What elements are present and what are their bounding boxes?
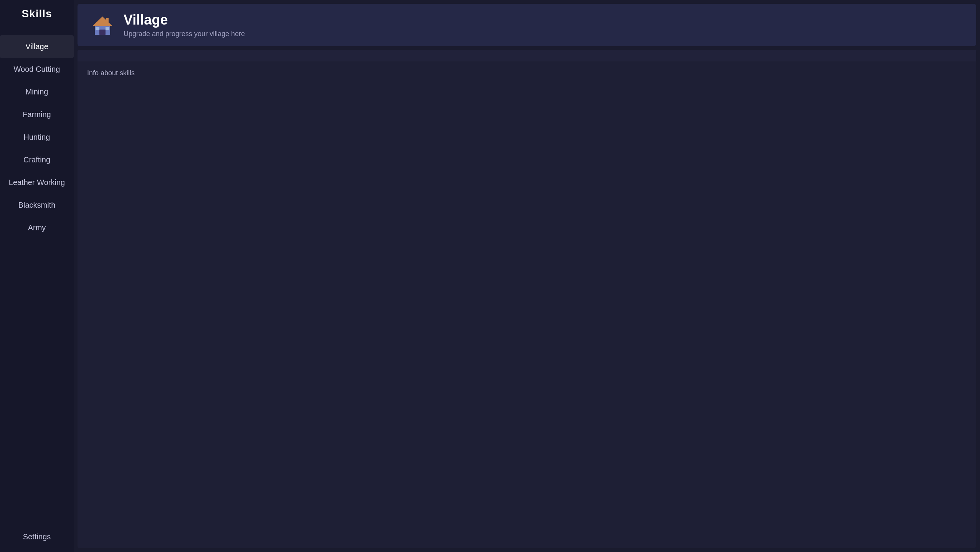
settings-item[interactable]: Settings: [0, 526, 74, 548]
sidebar-item-blacksmith[interactable]: Blacksmith: [0, 194, 74, 217]
sidebar-item-leather-working[interactable]: Leather Working: [0, 171, 74, 194]
sidebar-item-farming[interactable]: Farming: [0, 103, 74, 126]
sidebar-item-mining[interactable]: Mining: [0, 81, 74, 103]
sidebar-item-wood-cutting[interactable]: Wood Cutting: [0, 58, 74, 81]
page-subtitle: Upgrade and progress your village here: [124, 30, 245, 38]
sidebar-item-army[interactable]: Army: [0, 217, 74, 239]
sidebar-item-village[interactable]: Village: [0, 35, 74, 58]
village-icon: [91, 13, 114, 36]
tab-bar: [78, 50, 976, 61]
sidebar: Skills Village Wood Cutting Mining Farmi…: [0, 0, 74, 552]
svg-rect-4: [106, 27, 109, 30]
svg-marker-1: [93, 17, 112, 26]
svg-rect-3: [96, 27, 99, 30]
sidebar-title: Skills: [21, 8, 52, 20]
nav-list: Village Wood Cutting Mining Farming Hunt…: [0, 35, 74, 239]
page-title: Village: [124, 12, 245, 28]
header-text-group: Village Upgrade and progress your villag…: [124, 12, 245, 38]
main-content: Village Upgrade and progress your villag…: [74, 0, 980, 552]
sidebar-item-hunting[interactable]: Hunting: [0, 126, 74, 149]
svg-rect-2: [99, 30, 106, 35]
content-area: Info about skills: [78, 61, 976, 548]
info-text: Info about skills: [87, 69, 967, 77]
header-banner: Village Upgrade and progress your villag…: [78, 4, 976, 46]
sidebar-item-crafting[interactable]: Crafting: [0, 149, 74, 171]
svg-rect-5: [106, 18, 109, 23]
header-icon: [89, 12, 116, 38]
